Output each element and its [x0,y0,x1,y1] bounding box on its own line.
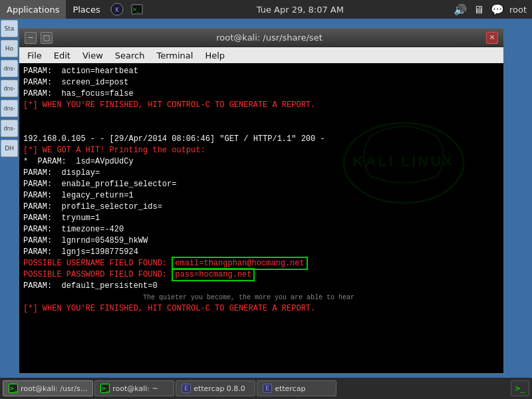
taskbar-task-3[interactable]: E ettercap 0.8.0 [176,380,255,396]
terminal-line-20b: The quieter you become, the more you are… [23,292,499,303]
terminal-button-icon: >_ [515,384,525,393]
menu-file[interactable]: File [22,49,47,62]
terminal-line-20: PARAM: default_persistent=0 [23,281,499,292]
places-menu[interactable]: Places [66,0,106,19]
task-terminal-icon-1: >_ [9,384,18,393]
task-label-3: ettercap 0.8.0 [194,384,245,393]
taskbar-bottom: >_ root@kali: /usr/s... >_ root@kali: ~ … [0,378,532,399]
terminal-icon[interactable]: >_ [130,2,144,17]
left-panel-item-dns1: dns- [1,60,18,77]
task-label-2: root@kali: ~ [112,384,158,393]
terminal-line-6 [23,122,499,134]
terminal-line-13: PARAM: profile_selector_ids= [23,201,499,213]
terminal-line-12: PARAM: legacy_return=1 [23,190,499,201]
terminal-line-10: PARAM: display= [23,168,499,179]
taskbar-task-1[interactable]: >_ root@kali: /usr/s... [3,380,93,396]
left-panel-item-dns3: dns- [1,100,18,117]
terminal-line-1: PARAM: action=heartbeat [23,66,499,77]
chat-icon[interactable]: 💬 [491,3,504,16]
terminal-line-2: PARAM: screen_id=post [23,77,499,88]
maximize-button[interactable]: □ [41,32,53,44]
left-panel-item-sta: Sta [1,20,18,37]
network-icon[interactable]: 🖥 [472,3,485,16]
terminal-line-11: PARAM: enable_profile_selector= [23,179,499,190]
task-ettercap-icon-2: E [263,384,272,393]
terminal-line-16: PARAM: lgnrnd=054859_hkWW [23,235,499,247]
terminal-line-18-username: POSSIBLE USERNAME FIELD FOUND: email=tha… [23,258,499,269]
terminal-content[interactable]: KALI LINUX PARAM: action=heartbeat PARAM… [19,63,503,373]
terminal-line-15: PARAM: timezone=-420 [23,224,499,235]
taskbar-task-2[interactable]: >_ root@kali: ~ [94,380,174,396]
left-panel-item-dh: DH [1,140,18,157]
window-titlebar: − □ root@kali: /usr/share/set ✕ [19,29,503,47]
window-title: root@kali: /usr/share/set [57,33,482,43]
task-label-4: ettercap [275,384,305,393]
terminal-line-19-password: POSSIBLE PASSWORD FIELD FOUND: pass=hocm… [23,269,499,281]
svg-text:K: K [115,7,119,13]
user-label: root [509,5,527,15]
taskbar-task-4[interactable]: E ettercap [257,380,336,396]
svg-text:>_: >_ [133,7,140,13]
datetime-display: Tue Apr 29, 8:07 AM [147,5,454,15]
terminal-line-5 [23,111,499,122]
taskbar-terminal-button[interactable]: >_ [511,380,529,396]
terminal-line-9: * PARAM: lsd=AVpdUdCy [23,156,499,168]
kali-logo-icon[interactable]: K [110,2,124,17]
menu-bar: File Edit View Search Terminal Help [19,47,503,63]
menu-help[interactable]: Help [200,49,230,62]
terminal-line-8: [*] WE GOT A HIT! Printing the output: [23,145,499,156]
left-panel-item-ho: Ho [1,40,18,57]
taskbar-top: Applications Places K >_ Tue Apr 29, 8:0… [0,0,532,19]
menu-terminal[interactable]: Terminal [151,49,198,62]
minimize-button[interactable]: − [25,32,37,44]
task-terminal-icon-2: >_ [100,384,110,393]
task-label-1: root@kali: /usr/s... [21,384,87,393]
menu-edit[interactable]: Edit [49,49,76,62]
left-panel: Sta Ho dns- dns- dns- dns- DH [0,19,19,378]
terminal-line-14: PARAM: trynum=1 [23,213,499,224]
terminal-line-3: PARAM: has_focus=false [23,88,499,100]
terminal-line-21: [*] WHEN YOU'RE FINISHED, HIT CONTROL-C … [23,303,499,315]
menu-view[interactable]: View [77,49,108,62]
task-ettercap-icon-1: E [182,384,191,393]
left-panel-item-dns4: dns- [1,120,18,137]
close-button[interactable]: ✕ [486,32,498,44]
volume-icon[interactable]: 🔊 [454,3,467,16]
taskbar-top-left: Applications Places K >_ [0,0,147,19]
terminal-line-7: 192.168.0.105 - - [29/Apr/2014 08:06:46]… [23,134,499,145]
left-panel-item-dns2: dns- [1,80,18,97]
terminal-line-4: [*] WHEN YOU'RE FINISHED, HIT CONTROL-C … [23,100,499,111]
terminal-window: − □ root@kali: /usr/share/set ✕ File Edi… [19,28,504,374]
taskbar-right: 🔊 🖥 💬 root [454,3,532,16]
applications-menu[interactable]: Applications [0,0,66,19]
menu-search[interactable]: Search [110,49,150,62]
